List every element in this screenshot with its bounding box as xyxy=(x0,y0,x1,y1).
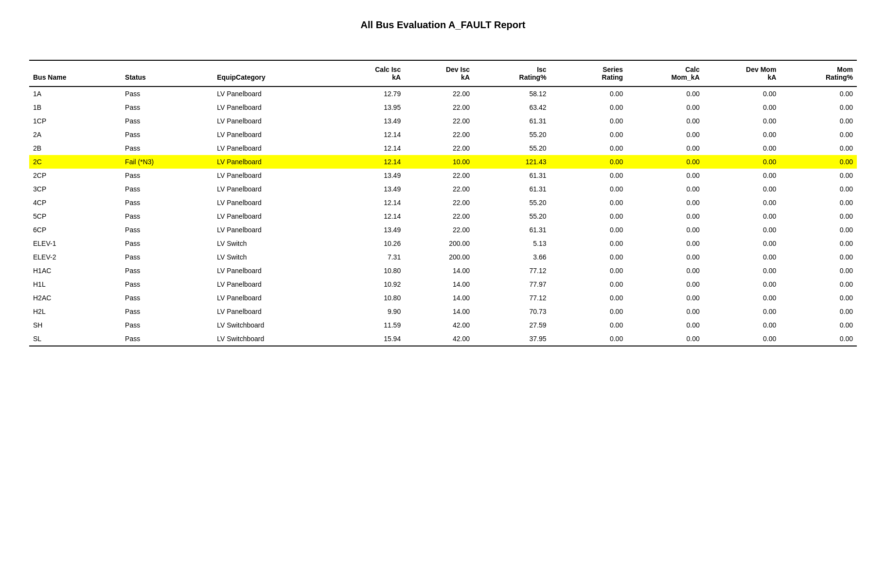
cell-status: Fail (*N3) xyxy=(121,155,213,169)
cell-status: Pass xyxy=(121,305,213,318)
table-row: 2CFail (*N3)LV Panelboard12.1410.00121.4… xyxy=(29,155,857,169)
cell-status: Pass xyxy=(121,114,213,128)
cell-iscrating: 61.31 xyxy=(474,223,550,237)
cell-equip: LV Panelboard xyxy=(213,277,336,291)
table-row: 1CPPassLV Panelboard13.4922.0061.310.000… xyxy=(29,114,857,128)
cell-iscrating: 27.59 xyxy=(474,318,550,332)
cell-devmom: 0.00 xyxy=(704,223,780,237)
cell-busname: 6CP xyxy=(29,223,121,237)
table-row: 1BPassLV Panelboard13.9522.0063.420.000.… xyxy=(29,101,857,114)
cell-busname: 1A xyxy=(29,86,121,101)
cell-equip: LV Switch xyxy=(213,250,336,264)
cell-status: Pass xyxy=(121,86,213,101)
cell-iscrating: 37.95 xyxy=(474,332,550,346)
cell-devisc: 22.00 xyxy=(405,114,474,128)
cell-devmom: 0.00 xyxy=(704,196,780,209)
header-momrating: MomRating% xyxy=(780,61,857,86)
cell-momrating: 0.00 xyxy=(780,86,857,101)
cell-devisc: 200.00 xyxy=(405,250,474,264)
cell-busname: H1L xyxy=(29,277,121,291)
table-row: 1APassLV Panelboard12.7922.0058.120.000.… xyxy=(29,86,857,101)
cell-seriesrating: 0.00 xyxy=(550,291,627,305)
cell-seriesrating: 0.00 xyxy=(550,141,627,155)
cell-iscrating: 55.20 xyxy=(474,141,550,155)
cell-devisc: 22.00 xyxy=(405,209,474,223)
cell-status: Pass xyxy=(121,264,213,277)
table-row: 2APassLV Panelboard12.1422.0055.200.000.… xyxy=(29,128,857,141)
cell-devmom: 0.00 xyxy=(704,101,780,114)
cell-equip: LV Panelboard xyxy=(213,101,336,114)
cell-busname: 2C xyxy=(29,155,121,169)
cell-equip: LV Panelboard xyxy=(213,141,336,155)
header-devmom: Dev MomkA xyxy=(704,61,780,86)
cell-devisc: 22.00 xyxy=(405,182,474,196)
cell-equip: LV Panelboard xyxy=(213,128,336,141)
cell-status: Pass xyxy=(121,169,213,182)
cell-status: Pass xyxy=(121,237,213,250)
cell-iscrating: 70.73 xyxy=(474,305,550,318)
cell-devmom: 0.00 xyxy=(704,277,780,291)
cell-momrating: 0.00 xyxy=(780,223,857,237)
cell-seriesrating: 0.00 xyxy=(550,223,627,237)
cell-momrating: 0.00 xyxy=(780,209,857,223)
cell-busname: 2B xyxy=(29,141,121,155)
cell-calcisc: 10.92 xyxy=(336,277,405,291)
cell-devisc: 200.00 xyxy=(405,237,474,250)
cell-busname: H2AC xyxy=(29,291,121,305)
cell-devmom: 0.00 xyxy=(704,209,780,223)
cell-momrating: 0.00 xyxy=(780,169,857,182)
cell-devisc: 22.00 xyxy=(405,128,474,141)
cell-calcmom: 0.00 xyxy=(627,141,704,155)
cell-devisc: 22.00 xyxy=(405,169,474,182)
cell-devisc: 14.00 xyxy=(405,264,474,277)
cell-devisc: 22.00 xyxy=(405,196,474,209)
cell-calcisc: 13.95 xyxy=(336,101,405,114)
cell-iscrating: 58.12 xyxy=(474,86,550,101)
table-row: ELEV-2PassLV Switch7.31200.003.660.000.0… xyxy=(29,250,857,264)
cell-calcmom: 0.00 xyxy=(627,237,704,250)
cell-devmom: 0.00 xyxy=(704,86,780,101)
cell-momrating: 0.00 xyxy=(780,318,857,332)
cell-status: Pass xyxy=(121,250,213,264)
cell-devisc: 14.00 xyxy=(405,277,474,291)
table-row: 4CPPassLV Panelboard12.1422.0055.200.000… xyxy=(29,196,857,209)
cell-status: Pass xyxy=(121,332,213,346)
cell-calcisc: 10.80 xyxy=(336,264,405,277)
cell-momrating: 0.00 xyxy=(780,114,857,128)
header-iscrating: IscRating% xyxy=(474,61,550,86)
cell-calcisc: 12.14 xyxy=(336,209,405,223)
cell-busname: H1AC xyxy=(29,264,121,277)
cell-iscrating: 77.12 xyxy=(474,291,550,305)
report-title: All Bus Evaluation A_FAULT Report xyxy=(29,19,857,31)
cell-seriesrating: 0.00 xyxy=(550,196,627,209)
cell-momrating: 0.00 xyxy=(780,264,857,277)
cell-status: Pass xyxy=(121,182,213,196)
cell-calcmom: 0.00 xyxy=(627,128,704,141)
cell-status: Pass xyxy=(121,196,213,209)
cell-calcmom: 0.00 xyxy=(627,169,704,182)
cell-devmom: 0.00 xyxy=(704,128,780,141)
cell-calcmom: 0.00 xyxy=(627,250,704,264)
cell-iscrating: 61.31 xyxy=(474,114,550,128)
cell-equip: LV Panelboard xyxy=(213,264,336,277)
cell-calcmom: 0.00 xyxy=(627,86,704,101)
cell-devmom: 0.00 xyxy=(704,114,780,128)
cell-devmom: 0.00 xyxy=(704,155,780,169)
cell-busname: SL xyxy=(29,332,121,346)
cell-status: Pass xyxy=(121,128,213,141)
cell-busname: 4CP xyxy=(29,196,121,209)
cell-seriesrating: 0.00 xyxy=(550,114,627,128)
cell-iscrating: 55.20 xyxy=(474,209,550,223)
table-row: SLPassLV Switchboard15.9442.0037.950.000… xyxy=(29,332,857,346)
header-equip: EquipCategory xyxy=(213,61,336,86)
cell-calcisc: 11.59 xyxy=(336,318,405,332)
cell-momrating: 0.00 xyxy=(780,237,857,250)
header-status: Status xyxy=(121,61,213,86)
table-row: H2LPassLV Panelboard9.9014.0070.730.000.… xyxy=(29,305,857,318)
cell-calcisc: 12.79 xyxy=(336,86,405,101)
table-row: 3CPPassLV Panelboard13.4922.0061.310.000… xyxy=(29,182,857,196)
table-row: SHPassLV Switchboard11.5942.0027.590.000… xyxy=(29,318,857,332)
cell-devmom: 0.00 xyxy=(704,182,780,196)
cell-momrating: 0.00 xyxy=(780,141,857,155)
cell-calcmom: 0.00 xyxy=(627,101,704,114)
